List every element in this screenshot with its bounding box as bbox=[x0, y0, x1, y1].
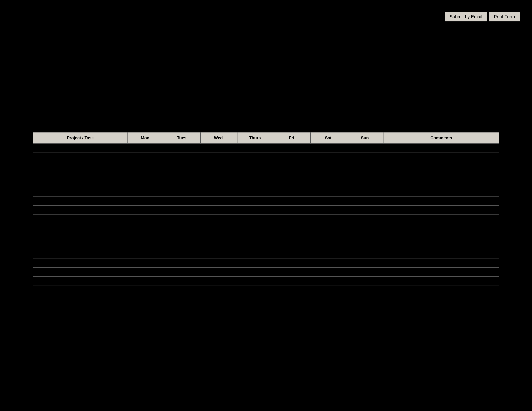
input-mon[interactable] bbox=[128, 242, 163, 249]
input-mon[interactable] bbox=[128, 224, 163, 231]
input-sun[interactable] bbox=[348, 206, 383, 214]
input-tues[interactable] bbox=[165, 233, 200, 240]
input-mon[interactable] bbox=[128, 153, 163, 160]
input-sat[interactable] bbox=[312, 251, 346, 258]
input-wed[interactable] bbox=[201, 197, 236, 205]
input-thurs[interactable] bbox=[238, 206, 273, 214]
input-tues[interactable] bbox=[165, 180, 200, 187]
input-wed[interactable] bbox=[201, 251, 236, 258]
input-fri[interactable] bbox=[275, 180, 310, 187]
input-project-task[interactable] bbox=[34, 260, 126, 267]
input-wed[interactable] bbox=[201, 233, 236, 240]
input-fri[interactable] bbox=[275, 251, 310, 258]
input-comments[interactable] bbox=[385, 260, 498, 267]
input-comments[interactable] bbox=[385, 251, 498, 258]
input-mon[interactable] bbox=[128, 215, 163, 223]
input-sun[interactable] bbox=[348, 197, 383, 205]
input-tues[interactable] bbox=[165, 277, 200, 284]
input-mon[interactable] bbox=[128, 251, 163, 258]
input-project-task[interactable] bbox=[34, 206, 126, 214]
input-comments[interactable] bbox=[385, 233, 498, 240]
input-wed[interactable] bbox=[201, 206, 236, 214]
input-project-task[interactable] bbox=[34, 215, 126, 223]
input-wed[interactable] bbox=[201, 171, 236, 178]
input-tues[interactable] bbox=[165, 162, 200, 169]
input-mon[interactable] bbox=[128, 188, 163, 196]
input-tues[interactable] bbox=[165, 242, 200, 249]
input-comments[interactable] bbox=[385, 162, 498, 169]
input-sat[interactable] bbox=[312, 215, 346, 223]
input-wed[interactable] bbox=[201, 153, 236, 160]
input-thurs[interactable] bbox=[238, 197, 273, 205]
input-sun[interactable] bbox=[348, 242, 383, 249]
input-comments[interactable] bbox=[385, 268, 498, 276]
input-project-task[interactable] bbox=[34, 233, 126, 240]
input-project-task[interactable] bbox=[34, 162, 126, 169]
input-fri[interactable] bbox=[275, 171, 310, 178]
input-comments[interactable] bbox=[385, 144, 498, 151]
input-sun[interactable] bbox=[348, 171, 383, 178]
input-thurs[interactable] bbox=[238, 162, 273, 169]
input-fri[interactable] bbox=[275, 260, 310, 267]
input-mon[interactable] bbox=[128, 180, 163, 187]
input-tues[interactable] bbox=[165, 268, 200, 276]
input-comments[interactable] bbox=[385, 215, 498, 223]
input-comments[interactable] bbox=[385, 153, 498, 160]
input-mon[interactable] bbox=[128, 162, 163, 169]
input-project-task[interactable] bbox=[34, 268, 126, 276]
input-sat[interactable] bbox=[312, 180, 346, 187]
input-project-task[interactable] bbox=[34, 197, 126, 205]
input-thurs[interactable] bbox=[238, 171, 273, 178]
input-sat[interactable] bbox=[312, 260, 346, 267]
input-mon[interactable] bbox=[128, 197, 163, 205]
input-tues[interactable] bbox=[165, 224, 200, 231]
input-fri[interactable] bbox=[275, 144, 310, 151]
input-sat[interactable] bbox=[312, 188, 346, 196]
input-tues[interactable] bbox=[165, 197, 200, 205]
input-fri[interactable] bbox=[275, 224, 310, 231]
input-sun[interactable] bbox=[348, 224, 383, 231]
input-sat[interactable] bbox=[312, 162, 346, 169]
input-sun[interactable] bbox=[348, 233, 383, 240]
input-fri[interactable] bbox=[275, 188, 310, 196]
input-thurs[interactable] bbox=[238, 224, 273, 231]
input-project-task[interactable] bbox=[34, 242, 126, 249]
input-comments[interactable] bbox=[385, 242, 498, 249]
input-wed[interactable] bbox=[201, 162, 236, 169]
input-mon[interactable] bbox=[128, 268, 163, 276]
input-thurs[interactable] bbox=[238, 277, 273, 284]
input-fri[interactable] bbox=[275, 277, 310, 284]
input-mon[interactable] bbox=[128, 144, 163, 151]
input-thurs[interactable] bbox=[238, 233, 273, 240]
input-sun[interactable] bbox=[348, 180, 383, 187]
input-wed[interactable] bbox=[201, 224, 236, 231]
input-sat[interactable] bbox=[312, 242, 346, 249]
input-mon[interactable] bbox=[128, 277, 163, 284]
input-comments[interactable] bbox=[385, 197, 498, 205]
input-fri[interactable] bbox=[275, 197, 310, 205]
input-fri[interactable] bbox=[275, 162, 310, 169]
input-tues[interactable] bbox=[165, 215, 200, 223]
input-sat[interactable] bbox=[312, 224, 346, 231]
input-wed[interactable] bbox=[201, 215, 236, 223]
input-thurs[interactable] bbox=[238, 242, 273, 249]
input-sat[interactable] bbox=[312, 171, 346, 178]
input-wed[interactable] bbox=[201, 242, 236, 249]
input-tues[interactable] bbox=[165, 188, 200, 196]
input-project-task[interactable] bbox=[34, 144, 126, 151]
input-sun[interactable] bbox=[348, 153, 383, 160]
input-thurs[interactable] bbox=[238, 260, 273, 267]
input-sat[interactable] bbox=[312, 197, 346, 205]
input-mon[interactable] bbox=[128, 206, 163, 214]
input-sat[interactable] bbox=[312, 277, 346, 284]
input-sun[interactable] bbox=[348, 144, 383, 151]
input-sun[interactable] bbox=[348, 188, 383, 196]
input-sun[interactable] bbox=[348, 251, 383, 258]
input-tues[interactable] bbox=[165, 206, 200, 214]
input-mon[interactable] bbox=[128, 260, 163, 267]
input-thurs[interactable] bbox=[238, 188, 273, 196]
input-mon[interactable] bbox=[128, 171, 163, 178]
input-sun[interactable] bbox=[348, 162, 383, 169]
input-fri[interactable] bbox=[275, 233, 310, 240]
input-project-task[interactable] bbox=[34, 277, 126, 284]
